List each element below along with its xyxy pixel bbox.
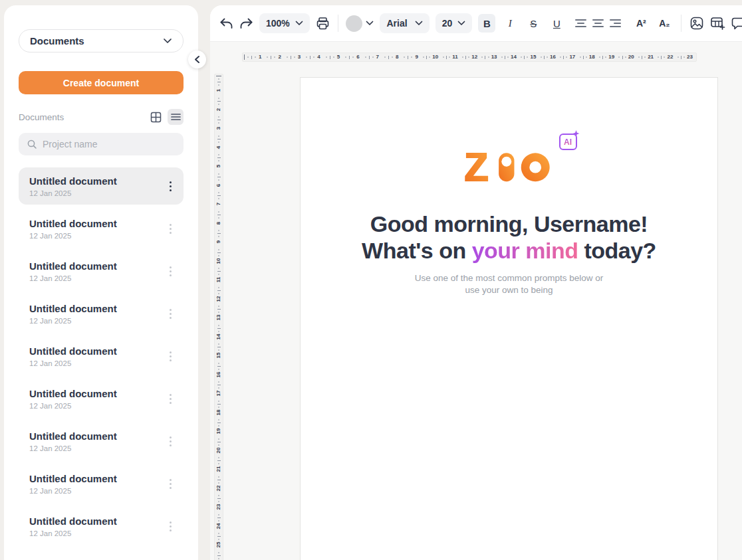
list-view-icon[interactable] xyxy=(168,109,184,125)
document-item-text: Untitled document 12 Jan 2025 xyxy=(29,388,117,410)
grid-view-icon[interactable] xyxy=(148,109,164,125)
document-page[interactable]: z AI Good morning, Username! What's on y… xyxy=(300,77,718,560)
font-family-dropdown[interactable]: Arial xyxy=(380,13,429,33)
create-document-button[interactable]: Create document xyxy=(19,71,184,94)
ai-badge: AI xyxy=(559,134,577,150)
bold-button[interactable]: B xyxy=(478,14,495,33)
superscript-button[interactable]: A² xyxy=(632,14,650,33)
greeting-highlight: your mind xyxy=(472,238,578,263)
kebab-menu-icon[interactable] xyxy=(167,476,174,492)
toolbar-divider xyxy=(681,15,681,32)
color-swatch-icon xyxy=(346,15,362,32)
kebab-menu-icon[interactable] xyxy=(167,179,174,194)
editor-panel: 100% Arial 20 B I S U xyxy=(210,5,742,560)
insert-table-icon[interactable] xyxy=(710,15,725,32)
document-list-item[interactable]: Untitled document 12 Jan 2025 xyxy=(19,252,184,290)
kebab-menu-icon[interactable] xyxy=(167,306,174,322)
documents-section-label: Documents xyxy=(19,112,64,122)
svg-text:z: z xyxy=(463,144,490,185)
chevron-down-icon xyxy=(163,38,172,44)
sidebar-collapse-button[interactable] xyxy=(188,50,206,68)
search-icon xyxy=(27,139,37,149)
strikethrough-button[interactable]: S xyxy=(525,14,542,33)
editor-canvas: 1234567891011121314151617181920212223 12… xyxy=(210,42,742,560)
kebab-menu-icon[interactable] xyxy=(167,519,174,534)
document-list-item[interactable]: Untitled document 12 Jan 2025 xyxy=(19,167,184,205)
document-date: 12 Jan 2025 xyxy=(29,529,117,537)
chevron-down-icon xyxy=(366,21,374,26)
document-title: Untitled document xyxy=(29,303,117,314)
align-right-icon[interactable] xyxy=(610,15,621,32)
kebab-menu-icon[interactable] xyxy=(167,391,174,407)
document-date: 12 Jan 2025 xyxy=(29,317,117,325)
greeting-line2-before: What's on xyxy=(362,238,472,263)
zoom-dropdown[interactable]: 100% xyxy=(259,13,310,33)
workspace-selector-dropdown[interactable]: Documents xyxy=(19,29,184,52)
italic-button[interactable]: I xyxy=(501,14,519,33)
font-size-value: 20 xyxy=(442,18,453,29)
greeting-heading: Good morning, Username! What's on your m… xyxy=(301,211,717,264)
subscript-button[interactable]: A₂ xyxy=(656,14,673,33)
align-center-icon[interactable] xyxy=(592,15,604,32)
subtitle-line2: use your own to being xyxy=(465,285,553,295)
ai-badge-label: AI xyxy=(564,138,572,147)
document-list-item[interactable]: Untitled document 12 Jan 2025 xyxy=(19,508,184,545)
document-item-text: Untitled document 12 Jan 2025 xyxy=(29,345,117,367)
font-size-dropdown[interactable]: 20 xyxy=(435,13,473,33)
document-item-text: Untitled document 12 Jan 2025 xyxy=(29,430,117,452)
document-list-item[interactable]: Untitled document 12 Jan 2025 xyxy=(19,210,184,247)
greeting-line2-after: today? xyxy=(578,238,656,263)
greeting-subtitle: Use one of the most common prompts below… xyxy=(301,272,717,296)
document-date: 12 Jan 2025 xyxy=(29,189,117,197)
workspace-selector-label: Documents xyxy=(30,35,84,47)
kebab-menu-icon[interactable] xyxy=(167,221,174,236)
chevron-down-icon xyxy=(415,21,423,26)
document-list: Untitled document 12 Jan 2025 Untitled d… xyxy=(19,167,184,545)
document-title: Untitled document xyxy=(29,515,117,527)
document-title: Untitled document xyxy=(29,175,117,187)
document-item-text: Untitled document 12 Jan 2025 xyxy=(29,515,117,537)
document-date: 12 Jan 2025 xyxy=(29,274,117,282)
document-date: 12 Jan 2025 xyxy=(29,402,117,410)
document-date: 12 Jan 2025 xyxy=(29,359,117,367)
chevron-down-icon xyxy=(295,21,303,26)
documents-section-header: Documents xyxy=(19,109,184,125)
document-title: Untitled document xyxy=(29,260,117,272)
view-toggles xyxy=(148,109,184,125)
redo-icon[interactable] xyxy=(239,15,253,32)
sparkle-icon xyxy=(573,130,580,137)
font-family-value: Arial xyxy=(386,18,407,29)
document-item-text: Untitled document 12 Jan 2025 xyxy=(29,303,117,325)
vertical-ruler: 1234567891011121314151617181920212223242… xyxy=(214,74,223,560)
horizontal-ruler: 1234567891011121314151617181920212223 xyxy=(242,52,697,62)
document-date: 12 Jan 2025 xyxy=(29,487,117,495)
document-item-text: Untitled document 12 Jan 2025 xyxy=(29,218,117,240)
document-search xyxy=(19,133,184,155)
search-input[interactable] xyxy=(43,139,176,149)
chevron-down-icon xyxy=(457,21,465,26)
document-title: Untitled document xyxy=(29,473,117,484)
document-list-item[interactable]: Untitled document 12 Jan 2025 xyxy=(19,422,184,460)
kebab-menu-icon[interactable] xyxy=(167,434,174,449)
align-left-icon[interactable] xyxy=(575,15,586,32)
comment-icon[interactable] xyxy=(731,15,742,32)
document-title: Untitled document xyxy=(29,430,117,442)
underline-button[interactable]: U xyxy=(548,14,565,33)
print-icon[interactable] xyxy=(316,15,330,32)
kebab-menu-icon[interactable] xyxy=(167,349,174,364)
undo-icon[interactable] xyxy=(219,15,233,32)
document-title: Untitled document xyxy=(29,218,117,229)
zoom-value: 100% xyxy=(266,18,290,29)
text-color-dropdown[interactable] xyxy=(346,15,374,32)
document-list-item[interactable]: Untitled document 12 Jan 2025 xyxy=(19,380,184,417)
document-item-text: Untitled document 12 Jan 2025 xyxy=(29,260,117,282)
subtitle-line1: Use one of the most common prompts below… xyxy=(415,273,604,283)
document-list-item[interactable]: Untitled document 12 Jan 2025 xyxy=(19,465,184,502)
kebab-menu-icon[interactable] xyxy=(167,264,174,279)
zio-logo: z AI xyxy=(463,144,556,185)
insert-image-icon[interactable] xyxy=(689,15,704,32)
document-list-item[interactable]: Untitled document 12 Jan 2025 xyxy=(19,295,184,332)
document-date: 12 Jan 2025 xyxy=(29,232,117,240)
document-date: 12 Jan 2025 xyxy=(29,444,117,452)
document-list-item[interactable]: Untitled document 12 Jan 2025 xyxy=(19,337,184,375)
